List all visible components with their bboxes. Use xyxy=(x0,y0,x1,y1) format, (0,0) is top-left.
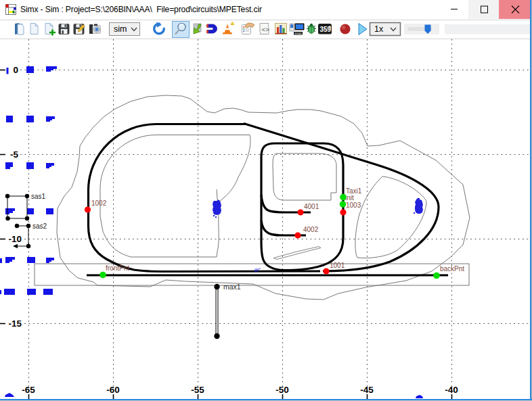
svg-text:-60: -60 xyxy=(106,385,120,395)
svg-text:<>: <> xyxy=(262,26,270,34)
svg-text:-45: -45 xyxy=(360,385,374,395)
svg-text:-55: -55 xyxy=(191,385,204,395)
svg-text:-65: -65 xyxy=(22,385,35,395)
svg-text:max1: max1 xyxy=(223,283,241,291)
svg-text:backPnt: backPnt xyxy=(440,265,464,273)
svg-text:-40: -40 xyxy=(445,385,458,395)
svg-text:w': w' xyxy=(254,266,260,273)
svg-text:1001: 1001 xyxy=(330,262,345,269)
svg-text:sas1: sas1 xyxy=(31,193,46,200)
svg-text:-15: -15 xyxy=(8,319,22,329)
svg-text:4001: 4001 xyxy=(304,203,319,210)
svg-text:-10: -10 xyxy=(8,234,22,244)
svg-text:snoo: snoo xyxy=(294,32,302,35)
svg-text:4002: 4002 xyxy=(303,226,319,233)
svg-text:1x: 1x xyxy=(374,24,384,34)
svg-text:sim: sim xyxy=(114,24,127,34)
svg-text:-50: -50 xyxy=(275,385,289,395)
svg-text:0: 0 xyxy=(13,65,18,75)
svg-text:sas2: sas2 xyxy=(32,222,47,230)
svg-text:init: init xyxy=(345,194,354,202)
svg-text:-5: -5 xyxy=(10,149,18,160)
svg-text:1002: 1002 xyxy=(91,199,107,207)
svg-text:1003: 1003 xyxy=(346,202,361,209)
svg-text:8: 8 xyxy=(329,25,331,29)
svg-text:frontPnt: frontPnt xyxy=(106,264,129,272)
